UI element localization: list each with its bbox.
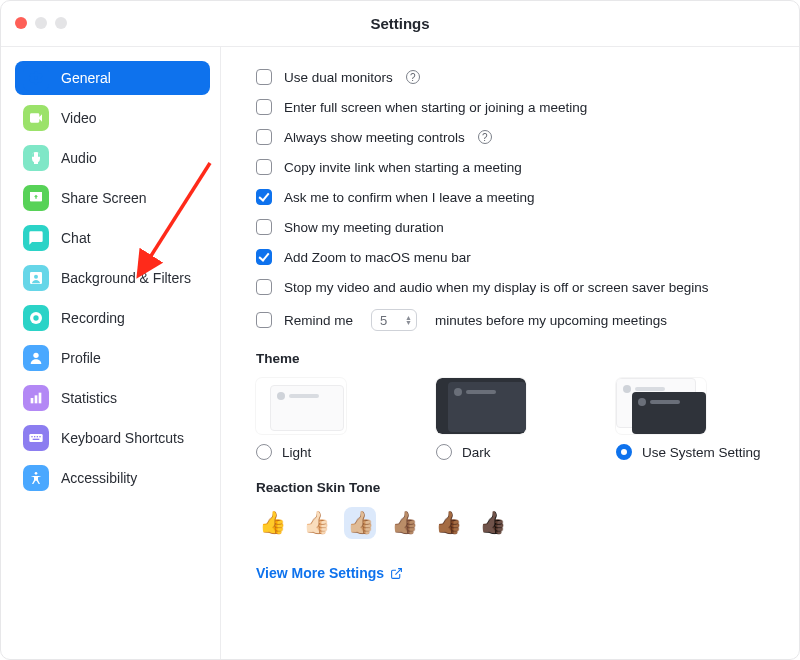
sidebar-item-label: Statistics — [61, 390, 117, 406]
skintone-option-0[interactable]: 👍 — [256, 507, 288, 539]
sidebar-icon — [23, 265, 49, 291]
sidebar-item-label: Keyboard Shortcuts — [61, 430, 184, 446]
zoom-dot-icon — [55, 17, 67, 29]
theme-preview — [436, 378, 526, 434]
theme-label: Use System Setting — [642, 445, 761, 460]
svg-line-16 — [396, 568, 402, 574]
sidebar-icon — [23, 305, 49, 331]
sidebar-item-background-filters[interactable]: Background & Filters — [15, 261, 210, 295]
checkbox[interactable] — [256, 279, 272, 295]
sidebar-item-share-screen[interactable]: Share Screen — [15, 181, 210, 215]
sidebar-icon — [23, 145, 49, 171]
checkbox[interactable] — [256, 189, 272, 205]
sidebar-item-video[interactable]: Video — [15, 101, 210, 135]
external-link-icon — [390, 567, 403, 580]
svg-rect-14 — [33, 439, 40, 440]
window-controls[interactable] — [15, 17, 67, 29]
option-label: Add Zoom to macOS menu bar — [284, 250, 471, 265]
checkbox[interactable] — [256, 129, 272, 145]
skintone-option-5[interactable]: 👍🏿 — [476, 507, 508, 539]
theme-heading: Theme — [256, 351, 769, 366]
sidebar-item-chat[interactable]: Chat — [15, 221, 210, 255]
radio[interactable] — [616, 444, 632, 460]
option-add-zoom-to-macos-menu-bar[interactable]: Add Zoom to macOS menu bar — [256, 249, 769, 265]
skintone-option-1[interactable]: 👍🏻 — [300, 507, 332, 539]
svg-rect-9 — [29, 434, 42, 442]
sidebar-item-statistics[interactable]: Statistics — [15, 381, 210, 415]
option-use-dual-monitors[interactable]: Use dual monitors? — [256, 69, 769, 85]
option-always-show-meeting-controls[interactable]: Always show meeting controls? — [256, 129, 769, 145]
option-ask-me-to-confirm-when-i-leave-a-meeting[interactable]: Ask me to confirm when I leave a meeting — [256, 189, 769, 205]
theme-preview — [256, 378, 346, 434]
svg-rect-6 — [31, 398, 34, 403]
theme-option-use-system-setting[interactable]: Use System Setting — [616, 378, 766, 460]
help-icon[interactable]: ? — [406, 70, 420, 84]
skintone-option-3[interactable]: 👍🏽 — [388, 507, 420, 539]
checkbox[interactable] — [256, 249, 272, 265]
sidebar-item-keyboard-shortcuts[interactable]: Keyboard Shortcuts — [15, 421, 210, 455]
option-show-my-meeting-duration[interactable]: Show my meeting duration — [256, 219, 769, 235]
svg-point-15 — [35, 472, 38, 475]
svg-point-4 — [33, 315, 38, 320]
view-more-settings-link[interactable]: View More Settings — [256, 565, 769, 581]
window-title: Settings — [1, 15, 799, 32]
general-options: Use dual monitors?Enter full screen when… — [256, 69, 769, 295]
sidebar-item-label: Chat — [61, 230, 91, 246]
remind-suffix: minutes before my upcoming meetings — [435, 313, 667, 328]
sidebar-item-label: Share Screen — [61, 190, 147, 206]
svg-rect-13 — [39, 436, 40, 437]
titlebar: Settings — [1, 1, 799, 47]
option-stop-my-video-and-audio-when-my-display-[interactable]: Stop my video and audio when my display … — [256, 279, 769, 295]
sidebar-item-general[interactable]: General — [15, 61, 210, 95]
checkbox[interactable] — [256, 99, 272, 115]
minimize-dot-icon — [35, 17, 47, 29]
svg-rect-8 — [39, 393, 42, 404]
option-label: Copy invite link when starting a meeting — [284, 160, 522, 175]
sidebar-icon — [23, 65, 49, 91]
theme-label: Light — [282, 445, 311, 460]
sidebar-item-label: Background & Filters — [61, 270, 191, 286]
sidebar-item-profile[interactable]: Profile — [15, 341, 210, 375]
svg-point-2 — [34, 275, 38, 279]
option-label: Use dual monitors — [284, 70, 393, 85]
option-label: Stop my video and audio when my display … — [284, 280, 708, 295]
remind-minutes-stepper[interactable]: 5 ▲▼ — [371, 309, 417, 331]
radio[interactable] — [436, 444, 452, 460]
radio[interactable] — [256, 444, 272, 460]
sidebar-item-label: Video — [61, 110, 97, 126]
svg-rect-12 — [37, 436, 38, 437]
checkbox[interactable] — [256, 219, 272, 235]
sidebar-item-audio[interactable]: Audio — [15, 141, 210, 175]
theme-preview — [616, 378, 706, 434]
skintone-heading: Reaction Skin Tone — [256, 480, 769, 495]
sidebar-item-accessibility[interactable]: Accessibility — [15, 461, 210, 495]
sidebar-icon — [23, 345, 49, 371]
checkbox[interactable] — [256, 159, 272, 175]
theme-option-light[interactable]: Light — [256, 378, 406, 460]
skintone-option-4[interactable]: 👍🏾 — [432, 507, 464, 539]
sidebar: GeneralVideoAudioShare ScreenChatBackgro… — [1, 47, 221, 659]
theme-label: Dark — [462, 445, 491, 460]
option-label: Always show meeting controls — [284, 130, 465, 145]
svg-point-5 — [33, 353, 38, 358]
close-dot-icon[interactable] — [15, 17, 27, 29]
skintone-options: 👍👍🏻👍🏼👍🏽👍🏾👍🏿 — [256, 507, 769, 539]
option-copy-invite-link-when-starting-a-meeting[interactable]: Copy invite link when starting a meeting — [256, 159, 769, 175]
sidebar-item-label: Accessibility — [61, 470, 137, 486]
sidebar-item-label: Profile — [61, 350, 101, 366]
option-label: Ask me to confirm when I leave a meeting — [284, 190, 535, 205]
help-icon[interactable]: ? — [478, 130, 492, 144]
sidebar-item-label: Recording — [61, 310, 125, 326]
skintone-option-2[interactable]: 👍🏼 — [344, 507, 376, 539]
sidebar-icon — [23, 385, 49, 411]
checkbox[interactable] — [256, 69, 272, 85]
sidebar-item-recording[interactable]: Recording — [15, 301, 210, 335]
sidebar-icon — [23, 105, 49, 131]
option-enter-full-screen-when-starting-or-joini[interactable]: Enter full screen when starting or joini… — [256, 99, 769, 115]
svg-rect-10 — [31, 436, 32, 437]
option-remind-me[interactable]: Remind me 5 ▲▼ minutes before my upcomin… — [256, 309, 769, 331]
theme-option-dark[interactable]: Dark — [436, 378, 586, 460]
main-panel: Use dual monitors?Enter full screen when… — [221, 47, 799, 659]
checkbox[interactable] — [256, 312, 272, 328]
stepper-arrows-icon[interactable]: ▲▼ — [405, 315, 412, 325]
